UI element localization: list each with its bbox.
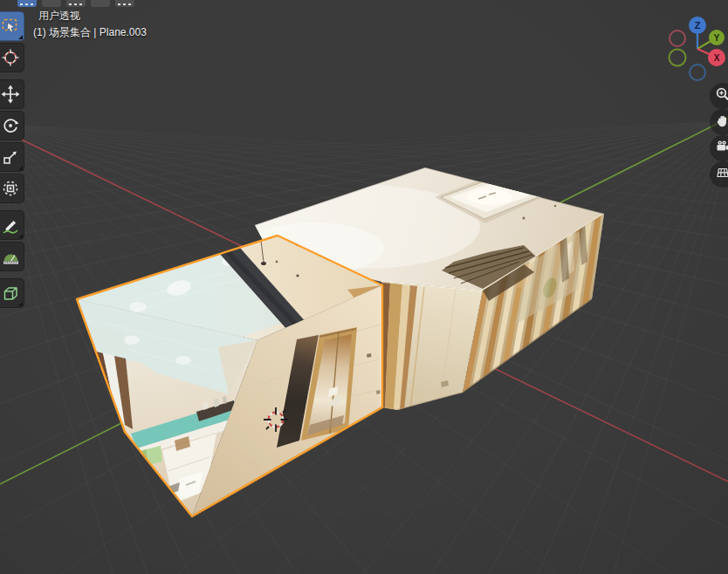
ortho-grid-icon — [715, 165, 728, 184]
mode-button-4[interactable] — [91, 0, 110, 7]
axis-neg-y-handle[interactable] — [670, 50, 686, 66]
add-cube-tool-button[interactable] — [0, 278, 24, 308]
scene-collection-breadcrumb: (1) 场景集合 | Plane.003 — [33, 26, 147, 38]
move-icon — [1, 85, 20, 104]
transform-icon — [1, 179, 20, 198]
hand-icon — [715, 113, 728, 132]
mode-button-2[interactable] — [42, 0, 61, 7]
view-perspective-label: 用户透视 — [38, 10, 80, 22]
tool-sidebar — [0, 11, 26, 310]
svg-text:X: X — [714, 53, 720, 63]
mode-button-3[interactable] — [66, 0, 86, 7]
axis-z-handle[interactable]: Z — [689, 17, 706, 34]
scale-tool-button[interactable] — [0, 142, 24, 172]
navigation-gizmo[interactable]: Z Y X — [660, 14, 728, 87]
rotate-icon — [1, 116, 20, 135]
rotate-tool-button[interactable] — [0, 111, 24, 140]
annotate-tool-button[interactable] — [0, 210, 24, 240]
camera-icon — [715, 139, 728, 158]
axis-neg-z-handle[interactable] — [690, 65, 705, 80]
cursor-3d-icon — [1, 48, 20, 67]
blender-3d-viewport-window: { "viewport_header": { "view_mode_label"… — [0, 0, 728, 574]
move-tool-button[interactable] — [0, 79, 24, 109]
svg-text:Z: Z — [695, 20, 701, 31]
measure-icon — [1, 247, 20, 266]
measure-tool-button[interactable] — [0, 242, 24, 271]
select-box-tool-button[interactable] — [0, 11, 24, 41]
axis-x-handle[interactable]: X — [708, 49, 725, 66]
svg-text:Y: Y — [714, 33, 720, 43]
axis-neg-x-handle[interactable] — [670, 31, 685, 46]
room-box-selected[interactable] — [52, 227, 393, 523]
mode-button-5[interactable] — [115, 0, 134, 7]
cursor-tool-button[interactable] — [0, 43, 24, 72]
axis-y-handle[interactable]: Y — [709, 30, 725, 45]
zoom-plus-icon — [715, 86, 728, 106]
viewport-3d[interactable] — [0, 0, 728, 574]
header-mode-buttons — [17, 0, 134, 7]
add-cube-icon — [1, 284, 20, 303]
transform-tool-button[interactable] — [0, 174, 24, 203]
annotate-icon — [1, 215, 20, 235]
select-box-icon — [1, 17, 20, 36]
mode-button-1[interactable] — [17, 0, 37, 7]
scale-icon — [1, 147, 20, 167]
